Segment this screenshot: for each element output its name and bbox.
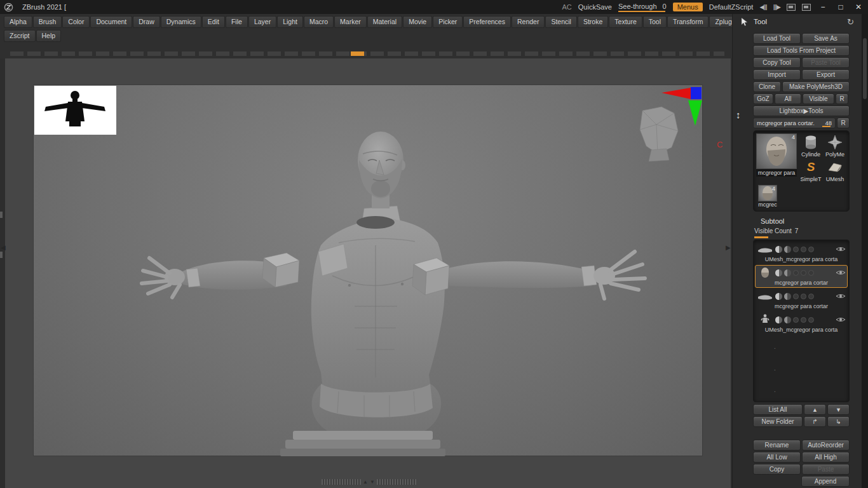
polypaint-toggle-icon[interactable] (775, 293, 782, 300)
menu-layer[interactable]: Layer (248, 16, 276, 28)
menu-color[interactable]: Color (62, 16, 90, 28)
shade-toggle-icon[interactable] (784, 293, 791, 300)
paste-doc-icon[interactable] (802, 4, 811, 11)
load-tools-from-project-button[interactable]: Load Tools From Project (753, 45, 850, 56)
append-button[interactable]: Append (801, 476, 850, 487)
canvas-h-scroll[interactable]: ▲ ▼ (322, 479, 416, 485)
visibility-eye-icon[interactable] (836, 246, 846, 252)
minimize-button[interactable]: − (817, 3, 829, 11)
small-toggle-icon[interactable] (793, 294, 799, 299)
menu-preferences[interactable]: Preferences (463, 16, 511, 28)
subtool-empty-slot[interactable]: . (755, 357, 848, 379)
menu-material[interactable]: Material (367, 16, 402, 28)
polypaint-toggle-icon[interactable] (775, 246, 782, 253)
small-toggle-icon[interactable] (801, 247, 806, 252)
tool-item-simplebrush[interactable]: S (799, 158, 822, 176)
menu-transform[interactable]: Transform (667, 16, 709, 28)
subtool-thumbnail[interactable] (757, 314, 773, 325)
clone-button[interactable]: Clone (753, 81, 781, 92)
paste-tool-button[interactable]: Paste Tool (802, 57, 850, 68)
subtool-thumbnail[interactable] (757, 267, 773, 278)
small-toggle-icon[interactable] (801, 317, 806, 323)
subtool-header[interactable]: Subtool (753, 217, 850, 227)
close-button[interactable]: ✕ (853, 3, 864, 11)
subtool-row-selected[interactable]: mcgregor para cortar (755, 265, 848, 288)
scroll-up-icon[interactable]: ▲ (363, 479, 368, 485)
quicksave-button[interactable]: QuickSave (578, 3, 612, 11)
small-toggle-icon[interactable] (793, 247, 799, 252)
menu-tool[interactable]: Tool (643, 16, 667, 28)
export-button[interactable]: Export (802, 69, 850, 80)
goz-all-button[interactable]: All (775, 93, 801, 104)
small-toggle-icon[interactable] (808, 270, 814, 276)
autoreorder-button[interactable]: AutoReorder (802, 440, 850, 451)
reset-icon[interactable]: ↻ (847, 17, 854, 27)
menu-zscript[interactable]: Zscript (4, 30, 36, 42)
menu-file[interactable]: File (226, 16, 248, 28)
shade-toggle-icon[interactable] (784, 316, 791, 323)
new-folder-button[interactable]: New Folder (753, 416, 803, 427)
move-into-folder-button[interactable]: ↳ (827, 416, 850, 427)
polypaint-toggle-icon[interactable] (775, 269, 782, 276)
menu-macro[interactable]: Macro (304, 16, 334, 28)
spin-left-icon[interactable]: ◀|||| (759, 4, 766, 10)
subtool-row[interactable]: UMesh_mcgregor para corta (755, 241, 848, 264)
save-as-button[interactable]: Save As (802, 33, 850, 44)
slider-r-button[interactable]: R (837, 118, 850, 128)
goz-visible-button[interactable]: Visible (803, 93, 834, 104)
goz-r-button[interactable]: R (836, 93, 848, 104)
menu-alpha[interactable]: Alpha (4, 16, 32, 28)
all-low-button[interactable]: All Low (753, 452, 801, 463)
subtool-empty-slot[interactable]: . (755, 379, 848, 400)
default-zscript-button[interactable]: DefaultZScript (709, 3, 754, 11)
all-high-button[interactable]: All High (802, 452, 850, 463)
list-all-button[interactable]: List All (753, 404, 803, 415)
menu-draw[interactable]: Draw (133, 16, 160, 28)
left-tray-arrow-icon[interactable]: ◀ (1, 244, 6, 251)
menu-render[interactable]: Render (512, 16, 545, 28)
menu-movie[interactable]: Movie (403, 16, 432, 28)
tool-palette-header[interactable]: Tool ↻ (733, 14, 862, 29)
copy-subtool-button[interactable]: Copy (753, 464, 801, 475)
subtool-thumbnail[interactable] (757, 290, 773, 302)
subtool-down-button[interactable]: ▼ (827, 404, 850, 415)
maximize-button[interactable]: □ (835, 3, 846, 11)
copy-tool-button[interactable]: Copy Tool (753, 57, 801, 68)
left-scroll-tick[interactable] (0, 252, 3, 258)
small-toggle-icon[interactable] (801, 294, 806, 299)
menu-help[interactable]: Help (36, 30, 62, 42)
h-scroll-stripe-left[interactable] (322, 479, 361, 485)
small-toggle-icon[interactable] (793, 317, 799, 323)
menu-texture[interactable]: Texture (609, 16, 642, 28)
right-tray-arrow-icon[interactable]: ▶ (726, 244, 731, 251)
active-tool-thumbnail[interactable]: 4 mcgregor para (756, 133, 797, 183)
menu-picker[interactable]: Picker (433, 16, 463, 28)
menu-dynamics[interactable]: Dynamics (161, 16, 201, 28)
menu-stroke[interactable]: Stroke (578, 16, 608, 28)
rename-button[interactable]: Rename (753, 440, 801, 451)
paste-subtool-button[interactable]: Paste (802, 464, 850, 475)
move-out-folder-button[interactable]: ↱ (804, 416, 826, 427)
copy-doc-icon[interactable] (787, 4, 796, 11)
see-through-slider[interactable]: See-through 0 (618, 3, 667, 12)
active-tool-slider[interactable]: mcgregor para cortar. 48 (753, 118, 836, 128)
shade-toggle-icon[interactable] (784, 269, 791, 276)
polypaint-toggle-icon[interactable] (775, 316, 782, 323)
divider-strip-active-segment[interactable] (351, 51, 364, 56)
menus-button[interactable]: Menus (673, 3, 703, 11)
make-polymesh3d-button[interactable]: Make PolyMesh3D (782, 81, 850, 92)
tool-item-cylinder3d[interactable] (799, 133, 822, 151)
menu-document[interactable]: Document (90, 16, 132, 28)
tray-resize-icon[interactable]: ↕ (736, 109, 741, 120)
small-toggle-icon[interactable] (808, 317, 814, 323)
subtool-up-button[interactable]: ▲ (804, 404, 826, 415)
visibility-eye-icon[interactable] (836, 269, 846, 276)
left-scroll-tick[interactable] (0, 212, 3, 218)
tray-scrollbar[interactable] (862, 14, 868, 488)
subtool-row[interactable]: UMesh_mcgregor para corta (755, 312, 848, 335)
subtool-empty-slot[interactable]: . (755, 336, 848, 357)
sculpt-canvas[interactable] (33, 85, 703, 456)
shade-toggle-icon[interactable] (784, 246, 791, 253)
goz-button[interactable]: GoZ (753, 93, 773, 104)
visibility-eye-icon[interactable] (836, 293, 846, 299)
